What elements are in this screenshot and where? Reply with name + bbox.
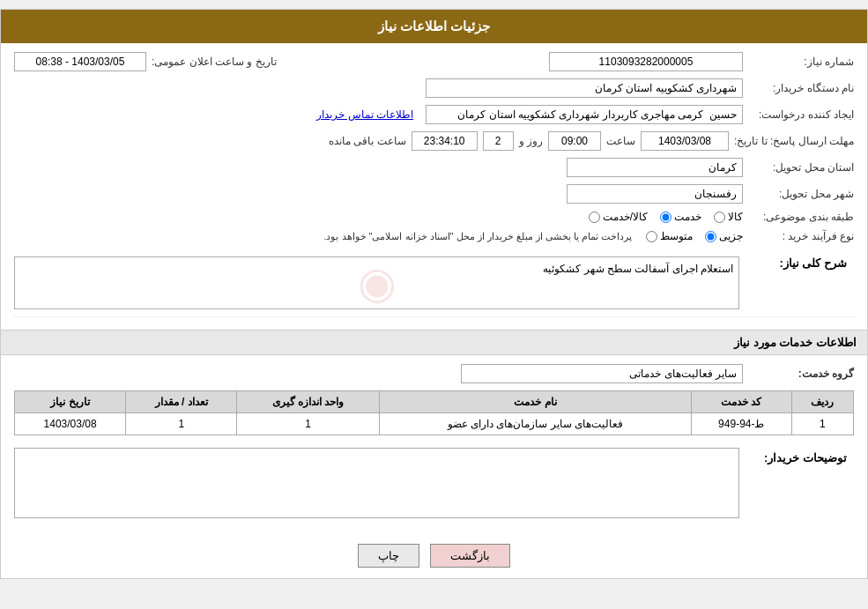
tabaqe-khadamat-label: خدمت [674,211,701,223]
tabaqe-kala-radio[interactable] [714,212,725,223]
tabaqe-kala-khadamat-radio[interactable] [589,212,600,223]
table-body: 1 ط-94-949 فعالیت‌های سایر سازمان‌های دا… [15,413,854,435]
mohlat-date-input[interactable] [641,131,729,151]
ostan-label: استان محل تحویل: [748,161,854,174]
tabaqe-khadamat-radio[interactable] [660,212,671,223]
col-tedad: تعداد / مقدار [126,391,237,413]
shmara-niaz-input[interactable] [549,52,743,71]
col-nam: نام خدمت [379,391,691,413]
noe-motevaset-radio[interactable] [646,231,657,242]
mohlat-row: مهلت ارسال پاسخ: تا تاریخ: ساعت روز و سا… [14,131,854,151]
back-button[interactable]: بازگشت [430,544,510,568]
noe-motevaset-option[interactable]: متوسط [646,230,693,242]
noe-jozi-radio[interactable] [705,231,716,242]
mohlat-label: مهلت ارسال پاسخ: تا تاریخ: [734,135,854,147]
mande-label: ساعت باقی مانده [329,135,406,147]
noe-row: نوع فرآیند خرید : جزیی متوسط پرداخت تمام… [14,230,854,242]
shmara-niaz-label: شماره نیاز: [748,56,854,68]
tabaqe-label: طبقه بندی موضوعی: [748,211,854,223]
page-header: جزئیات اطلاعات نیاز [1,10,867,43]
shahr-row: شهر محل تحویل: [14,184,854,204]
watermark-logo: ◉ [358,257,397,308]
cell-tarikh: 1403/03/08 [15,413,126,435]
rooz-label: روز و [519,135,543,147]
sharh-value-col: ◉ استعلام اجرای آسفالت سطح شهر کشکوئیه [14,249,739,316]
tozihat-textarea[interactable] [14,448,739,518]
tabaqe-khadamat-option[interactable]: خدمت [660,211,701,223]
table-header: ردیف کد خدمت نام خدمت واحد اندازه گیری ت… [15,391,854,413]
ijad-label: ایجاد کننده درخواست: [748,108,854,121]
tozihat-section: توضیحات خریدار: ◉ [14,444,854,524]
tabaqe-row: طبقه بندی موضوعی: کالا خدمت کالا/خدمت [14,211,854,223]
cell-vahed: 1 [237,413,380,435]
tabaqe-kala-khadamat-option[interactable]: کالا/خدمت [589,211,648,223]
ostan-row: استان محل تحویل: [14,158,854,177]
tabaqe-kala-option[interactable]: کالا [714,211,743,223]
noe-jozi-option[interactable]: جزیی [705,230,743,242]
ijad-input[interactable] [426,105,743,124]
dastgah-row: نام دستگاه خریدار: [14,78,854,98]
ijad-link[interactable]: اطلاعات تماس خریدار [316,108,413,121]
grooh-input[interactable] [461,364,743,383]
col-tarikh: تاریخ نیاز [15,391,126,413]
print-button[interactable]: چاپ [358,544,419,568]
shahr-input[interactable] [567,184,743,204]
col-vahed: واحد اندازه گیری [237,391,380,413]
tozihat-label: توضیحات خریدار: [739,444,854,524]
noe-jozi-label: جزیی [719,230,743,242]
cell-nam: فعالیت‌های سایر سازمان‌های دارای عضو [379,413,691,435]
nam-dastgah-input[interactable] [426,78,743,98]
ostan-input[interactable] [567,158,743,177]
sharh-label: شرح کلی نیاز: [739,249,854,316]
services-table: ردیف کد خدمت نام خدمت واحد اندازه گیری ت… [14,390,854,435]
mohlat-saat-input[interactable] [548,131,601,151]
sharh-text: استعلام اجرای آسفالت سطح شهر کشکوئیه [543,263,733,275]
cell-radif: 1 [791,413,853,435]
tabaqe-kala-khadamat-label: کالا/خدمت [603,211,648,223]
grooh-row: گروه خدمت: [14,364,854,383]
noe-motevaset-label: متوسط [660,230,693,242]
noe-radio-group: جزیی متوسط [646,230,743,242]
ijad-row: ایجاد کننده درخواست: اطلاعات تماس خریدار [14,105,854,124]
button-row: بازگشت چاپ [1,533,867,578]
mohlat-rooz-input[interactable] [483,131,514,151]
cell-tedad: 1 [126,413,237,435]
noe-label: نوع فرآیند خرید : [748,230,854,242]
tozihat-value-col: ◉ [14,444,739,524]
shahr-label: شهر محل تحویل: [748,188,854,200]
services-section-title: اطلاعات خدمات مورد نیاز [1,330,867,355]
tarikh-input[interactable] [14,52,146,71]
col-kod: کد خدمت [692,391,792,413]
mohlat-mande-input[interactable] [412,131,478,151]
tarikh-label: تاریخ و ساعت اعلان عمومی: [152,56,277,68]
cell-kod: ط-94-949 [692,413,792,435]
nam-dastgah-label: نام دستگاه خریدار: [748,82,854,94]
table-row: 1 ط-94-949 فعالیت‌های سایر سازمان‌های دا… [15,413,854,435]
saat-label: ساعت [606,135,635,147]
sharh-section: شرح کلی نیاز: ◉ استعلام اجرای آسفالت سطح… [14,249,854,317]
grooh-label: گروه خدمت: [748,368,854,380]
niaz-row: شماره نیاز: تاریخ و ساعت اعلان عمومی: [14,52,854,71]
page-title: جزئیات اطلاعات نیاز [378,19,490,33]
noe-text: پرداخت تمام یا بخشی از مبلغ خریدار از مح… [323,231,632,242]
col-radif: ردیف [791,391,853,413]
tabaqe-radio-group: کالا خدمت کالا/خدمت [589,211,743,223]
tabaqe-kala-label: کالا [728,211,743,223]
sharh-area: ◉ استعلام اجرای آسفالت سطح شهر کشکوئیه [14,256,739,309]
